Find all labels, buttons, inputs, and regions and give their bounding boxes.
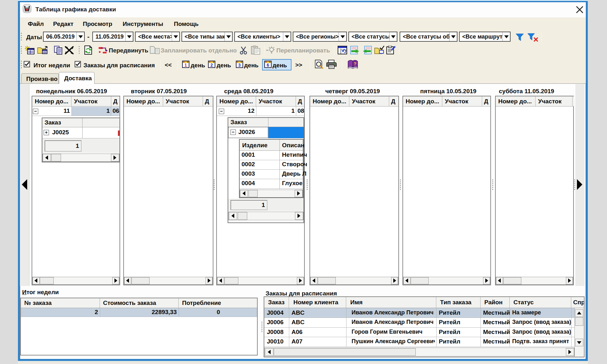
- svg-text:?: ?: [353, 61, 356, 66]
- svg-text:2: 2: [211, 63, 213, 68]
- svg-text:3: 3: [238, 63, 241, 68]
- svg-text:6: 6: [267, 63, 269, 68]
- svg-text:1: 1: [185, 63, 187, 68]
